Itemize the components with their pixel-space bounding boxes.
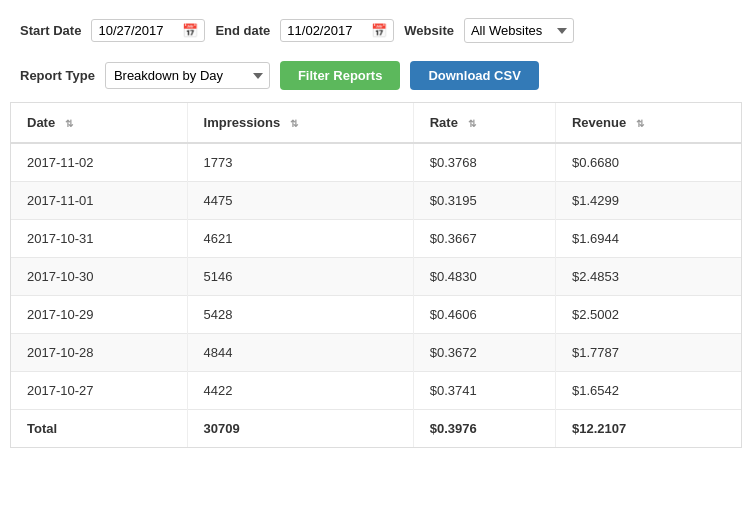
cell-date: 2017-10-30	[11, 258, 187, 296]
cell-rate: $0.3667	[413, 220, 555, 258]
cell-impressions: 4621	[187, 220, 413, 258]
cell-date: 2017-10-28	[11, 334, 187, 372]
table-row: 2017-10-284844$0.3672$1.7787	[11, 334, 741, 372]
table-row: 2017-10-305146$0.4830$2.4853	[11, 258, 741, 296]
cell-rate: $0.3195	[413, 182, 555, 220]
cell-revenue: $1.7787	[555, 334, 741, 372]
total-impressions: 30709	[187, 410, 413, 448]
col-rate-sort-icon: ⇅	[468, 118, 476, 129]
cell-rate: $0.3672	[413, 334, 555, 372]
end-date-input[interactable]	[287, 23, 367, 38]
col-rate-label: Rate	[430, 115, 458, 130]
cell-impressions: 4475	[187, 182, 413, 220]
cell-revenue: $1.6542	[555, 372, 741, 410]
cell-rate: $0.4606	[413, 296, 555, 334]
table-total-row: Total30709$0.3976$12.2107	[11, 410, 741, 448]
table-row: 2017-11-014475$0.3195$1.4299	[11, 182, 741, 220]
cell-date: 2017-11-01	[11, 182, 187, 220]
download-csv-button[interactable]: Download CSV	[410, 61, 538, 90]
cell-rate: $0.3768	[413, 143, 555, 182]
website-label: Website	[404, 23, 454, 38]
table-header-row: Date ⇅ Impressions ⇅ Rate ⇅ Revenue ⇅	[11, 103, 741, 143]
filter-reports-button[interactable]: Filter Reports	[280, 61, 401, 90]
col-header-revenue[interactable]: Revenue ⇅	[555, 103, 741, 143]
cell-date: 2017-11-02	[11, 143, 187, 182]
col-header-rate[interactable]: Rate ⇅	[413, 103, 555, 143]
report-table: Date ⇅ Impressions ⇅ Rate ⇅ Revenue ⇅ 2	[11, 103, 741, 447]
total-label: Total	[11, 410, 187, 448]
start-date-label: Start Date	[20, 23, 81, 38]
cell-revenue: $2.4853	[555, 258, 741, 296]
controls-row-2: Report Type Breakdown by Day Filter Repo…	[0, 53, 752, 102]
end-date-wrapper[interactable]: 📅	[280, 19, 394, 42]
cell-impressions: 4844	[187, 334, 413, 372]
table-row: 2017-10-274422$0.3741$1.6542	[11, 372, 741, 410]
start-date-calendar-icon[interactable]: 📅	[182, 23, 198, 38]
table-row: 2017-10-295428$0.4606$2.5002	[11, 296, 741, 334]
cell-date: 2017-10-27	[11, 372, 187, 410]
cell-rate: $0.3741	[413, 372, 555, 410]
col-impressions-sort-icon: ⇅	[290, 118, 298, 129]
col-header-date[interactable]: Date ⇅	[11, 103, 187, 143]
report-type-select[interactable]: Breakdown by Day	[105, 62, 270, 89]
report-type-label: Report Type	[20, 68, 95, 83]
cell-rate: $0.4830	[413, 258, 555, 296]
start-date-input[interactable]	[98, 23, 178, 38]
cell-date: 2017-10-31	[11, 220, 187, 258]
end-date-calendar-icon[interactable]: 📅	[371, 23, 387, 38]
report-table-container: Date ⇅ Impressions ⇅ Rate ⇅ Revenue ⇅ 2	[10, 102, 742, 448]
cell-revenue: $2.5002	[555, 296, 741, 334]
website-select[interactable]: All Websites	[464, 18, 574, 43]
col-revenue-sort-icon: ⇅	[636, 118, 644, 129]
table-body: 2017-11-021773$0.3768$0.66802017-11-0144…	[11, 143, 741, 447]
cell-revenue: $0.6680	[555, 143, 741, 182]
cell-revenue: $1.6944	[555, 220, 741, 258]
cell-date: 2017-10-29	[11, 296, 187, 334]
cell-impressions: 5146	[187, 258, 413, 296]
cell-revenue: $1.4299	[555, 182, 741, 220]
cell-impressions: 1773	[187, 143, 413, 182]
cell-impressions: 4422	[187, 372, 413, 410]
col-date-sort-icon: ⇅	[65, 118, 73, 129]
cell-impressions: 5428	[187, 296, 413, 334]
start-date-wrapper[interactable]: 📅	[91, 19, 205, 42]
table-row: 2017-10-314621$0.3667$1.6944	[11, 220, 741, 258]
col-date-label: Date	[27, 115, 55, 130]
total-revenue: $12.2107	[555, 410, 741, 448]
controls-row-1: Start Date 📅 End date 📅 Website All Webs…	[0, 0, 752, 53]
table-row: 2017-11-021773$0.3768$0.6680	[11, 143, 741, 182]
total-rate: $0.3976	[413, 410, 555, 448]
col-revenue-label: Revenue	[572, 115, 626, 130]
col-impressions-label: Impressions	[204, 115, 281, 130]
col-header-impressions[interactable]: Impressions ⇅	[187, 103, 413, 143]
end-date-label: End date	[215, 23, 270, 38]
